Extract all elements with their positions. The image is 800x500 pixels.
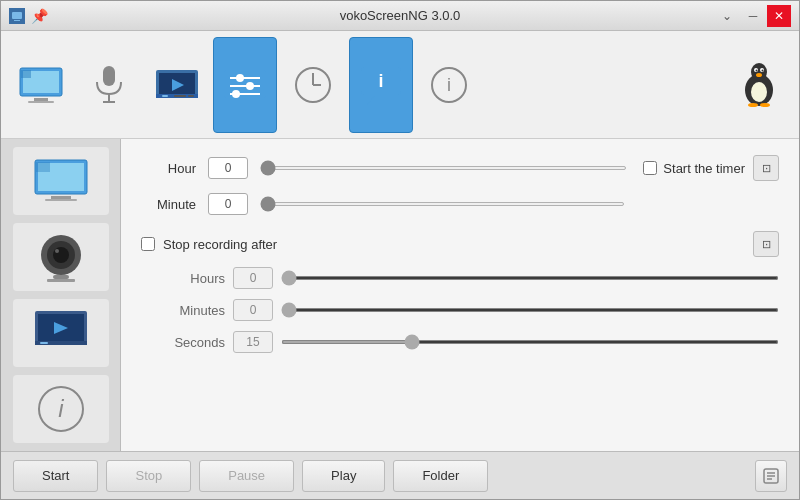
folder-button[interactable]: Folder	[393, 460, 488, 492]
svg-point-43	[760, 103, 770, 107]
svg-point-34	[751, 82, 767, 102]
svg-text:i: i	[447, 75, 451, 95]
minute-label: Minute	[141, 197, 196, 212]
minute-slider[interactable]	[260, 202, 625, 206]
titlebar-controls: ⌄ ─ ✕	[715, 5, 791, 27]
minute-input[interactable]	[208, 193, 248, 215]
toolbar-screen[interactable]	[9, 37, 73, 133]
seconds-slider[interactable]	[281, 340, 779, 344]
close-btn[interactable]: ✕	[767, 5, 791, 27]
start-button[interactable]: Start	[13, 460, 98, 492]
svg-rect-2	[14, 20, 20, 21]
pause-button[interactable]: Pause	[199, 460, 294, 492]
svg-rect-17	[188, 95, 194, 97]
stop-button[interactable]: Stop	[106, 460, 191, 492]
tux-icon	[735, 61, 783, 109]
minutes-slider[interactable]	[281, 308, 779, 312]
sidebar-item-webcam[interactable]	[13, 223, 109, 291]
svg-point-22	[246, 82, 254, 90]
hours-label: Hours	[165, 271, 225, 286]
svg-text:i: i	[378, 71, 383, 91]
svg-rect-6	[34, 98, 48, 101]
toolbar-tux[interactable]	[727, 37, 791, 133]
svg-point-41	[756, 73, 762, 77]
svg-rect-16	[174, 95, 186, 97]
svg-point-51	[53, 247, 69, 263]
titlebar: 📌 vokoScreenNG 3.0.0 ⌄ ─ ✕	[1, 1, 799, 31]
titlebar-left: 📌	[9, 8, 48, 24]
hour-input[interactable]	[208, 157, 248, 179]
svg-text:i: i	[58, 395, 64, 422]
play-button[interactable]: Play	[302, 460, 385, 492]
svg-rect-54	[47, 279, 75, 282]
pin-icon[interactable]: 📌	[31, 8, 48, 24]
svg-rect-7	[28, 101, 54, 103]
window-title: vokoScreenNG 3.0.0	[340, 8, 461, 23]
hours-input[interactable]	[233, 267, 273, 289]
video-toolbar-icon	[153, 61, 201, 109]
svg-rect-47	[51, 196, 71, 199]
sidebar-item-player[interactable]	[13, 299, 109, 367]
stop-recording-checkbox[interactable]	[141, 237, 155, 251]
stop-recording-label: Stop recording after	[163, 237, 277, 252]
minutes-label: Minutes	[165, 303, 225, 318]
sidebar-item-about[interactable]: i	[13, 375, 109, 443]
screen-toolbar-icon	[17, 61, 65, 109]
svg-rect-1	[12, 12, 22, 19]
main-window: 📌 vokoScreenNG 3.0.0 ⌄ ─ ✕	[0, 0, 800, 500]
hour-slider[interactable]	[260, 166, 627, 170]
toolbar-chat[interactable]: i	[349, 37, 413, 133]
svg-rect-53	[53, 275, 69, 279]
mic-toolbar-icon	[85, 61, 133, 109]
toolbar-timer[interactable]	[281, 37, 345, 133]
app-icon	[9, 8, 25, 24]
toolbar-info[interactable]: i	[417, 37, 481, 133]
hour-info-btn[interactable]: ⊡	[753, 155, 779, 181]
svg-point-40	[762, 69, 764, 71]
svg-rect-15	[162, 95, 168, 97]
toolbar-video[interactable]	[145, 37, 209, 133]
hour-label: Hour	[141, 161, 196, 176]
sidebar: i	[1, 139, 121, 451]
stop-recording-info-btn[interactable]: ⊡	[753, 231, 779, 257]
toolbar-mic[interactable]	[77, 37, 141, 133]
toolbar: i i	[1, 31, 799, 139]
svg-rect-5	[21, 70, 31, 78]
svg-rect-48	[45, 199, 77, 201]
sidebar-item-screen[interactable]	[13, 147, 109, 215]
svg-marker-29	[367, 95, 375, 105]
svg-rect-59	[40, 342, 48, 344]
start-timer-label: Start the timer	[663, 161, 745, 176]
bottom-info-btn[interactable]	[755, 460, 787, 492]
seconds-label: Seconds	[165, 335, 225, 350]
chat-toolbar-icon: i	[357, 61, 405, 109]
svg-point-24	[232, 90, 240, 98]
info-toolbar-icon: i	[425, 61, 473, 109]
dropdown-btn[interactable]: ⌄	[715, 5, 739, 27]
clock-toolbar-icon	[289, 61, 337, 109]
svg-point-52	[55, 249, 59, 253]
hours-slider[interactable]	[281, 276, 779, 280]
svg-point-42	[748, 103, 758, 107]
start-timer-checkbox[interactable]	[643, 161, 657, 175]
settings-toolbar-icon	[221, 61, 269, 109]
toolbar-settings[interactable]	[213, 37, 277, 133]
minimize-btn[interactable]: ─	[741, 5, 765, 27]
main-area: i Hour Start the timer ⊡	[1, 139, 799, 451]
content-panel: Hour Start the timer ⊡ Minute	[121, 139, 799, 451]
seconds-input[interactable]	[233, 331, 273, 353]
svg-rect-8	[103, 66, 115, 86]
svg-point-39	[756, 69, 758, 71]
svg-rect-46	[36, 162, 50, 172]
bottom-bar: Start Stop Pause Play Folder	[1, 451, 799, 499]
minutes-input[interactable]	[233, 299, 273, 321]
svg-point-20	[236, 74, 244, 82]
